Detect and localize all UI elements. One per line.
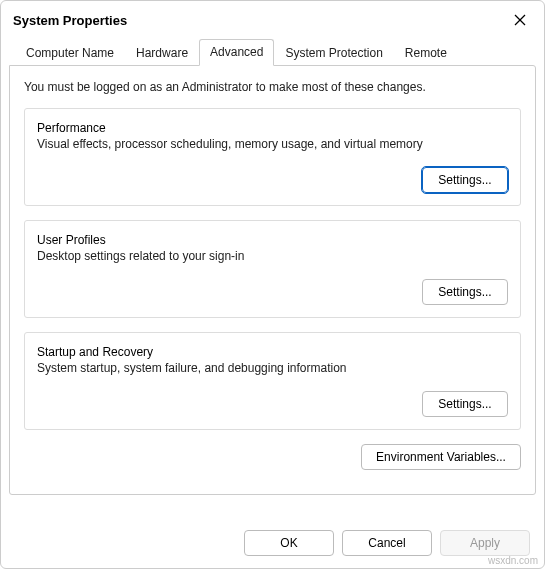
ok-button[interactable]: OK	[244, 530, 334, 556]
group-startup-recovery-buttons: Settings...	[37, 391, 508, 417]
cancel-button[interactable]: Cancel	[342, 530, 432, 556]
tab-hardware[interactable]: Hardware	[125, 40, 199, 66]
dialog-footer: OK Cancel Apply	[244, 530, 530, 556]
apply-button[interactable]: Apply	[440, 530, 530, 556]
group-user-profiles-buttons: Settings...	[37, 279, 508, 305]
tab-remote[interactable]: Remote	[394, 40, 458, 66]
close-icon	[514, 14, 526, 26]
watermark: wsxdn.com	[488, 555, 538, 566]
group-performance-buttons: Settings...	[37, 167, 508, 193]
group-performance: Performance Visual effects, processor sc…	[24, 108, 521, 206]
group-startup-recovery-legend: Startup and Recovery	[37, 345, 508, 359]
group-user-profiles-legend: User Profiles	[37, 233, 508, 247]
startup-recovery-settings-button[interactable]: Settings...	[422, 391, 508, 417]
group-performance-legend: Performance	[37, 121, 508, 135]
close-button[interactable]	[506, 8, 534, 32]
group-performance-desc: Visual effects, processor scheduling, me…	[37, 137, 508, 151]
tab-advanced[interactable]: Advanced	[199, 39, 274, 66]
tabpanel-advanced: You must be logged on as an Administrato…	[9, 65, 536, 495]
env-row: Environment Variables...	[24, 444, 521, 470]
group-user-profiles: User Profiles Desktop settings related t…	[24, 220, 521, 318]
performance-settings-button[interactable]: Settings...	[422, 167, 508, 193]
titlebar: System Properties	[1, 1, 544, 37]
window-title: System Properties	[13, 13, 127, 28]
window-body: Computer Name Hardware Advanced System P…	[1, 37, 544, 503]
user-profiles-settings-button[interactable]: Settings...	[422, 279, 508, 305]
group-user-profiles-desc: Desktop settings related to your sign-in	[37, 249, 508, 263]
environment-variables-button[interactable]: Environment Variables...	[361, 444, 521, 470]
group-startup-recovery-desc: System startup, system failure, and debu…	[37, 361, 508, 375]
tabstrip: Computer Name Hardware Advanced System P…	[9, 37, 536, 65]
tab-system-protection[interactable]: System Protection	[274, 40, 393, 66]
group-startup-recovery: Startup and Recovery System startup, sys…	[24, 332, 521, 430]
intro-text: You must be logged on as an Administrato…	[24, 80, 521, 94]
tab-computer-name[interactable]: Computer Name	[15, 40, 125, 66]
